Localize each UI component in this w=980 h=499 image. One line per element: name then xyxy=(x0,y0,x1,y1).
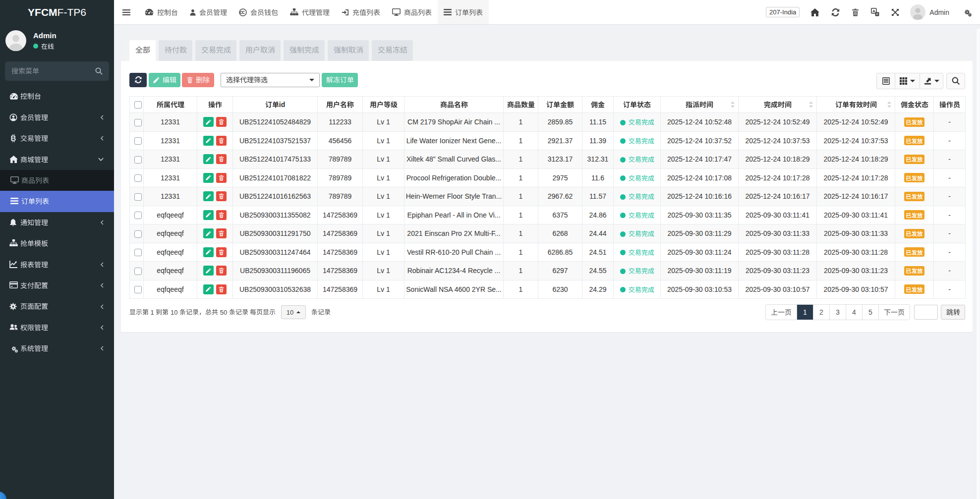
svg-text:A: A xyxy=(872,9,875,13)
